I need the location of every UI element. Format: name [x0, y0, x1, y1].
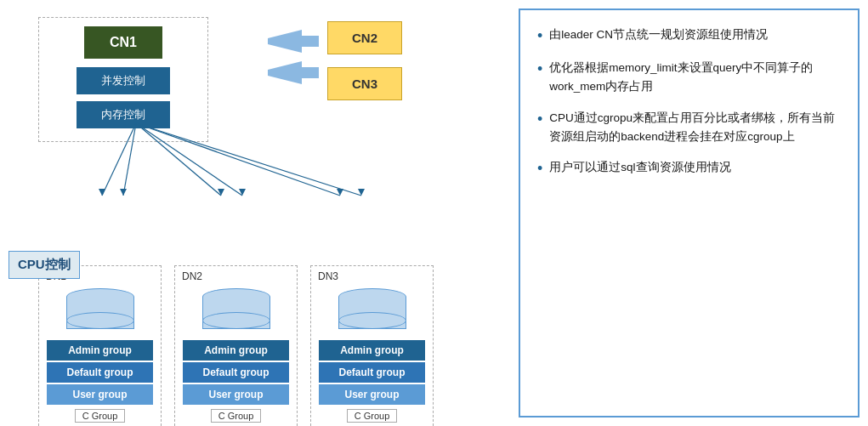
ctrl-box-memory: 内存控制 [77, 101, 170, 128]
dn1-group: DN1 Admin group Default group User group… [38, 265, 162, 426]
db-cylinder-dn3 [338, 288, 406, 335]
control-boxes: 并发控制 内存控制 [52, 67, 195, 128]
svg-marker-2 [268, 61, 319, 84]
desc-item-1: • 优化器根据memory_limit来设置query中不同算子的work_me… [537, 59, 841, 97]
dn3-label: DN3 [318, 270, 338, 282]
cn3-box: CN3 [327, 67, 402, 100]
dn3-user-group: User group [319, 384, 425, 405]
dn2-label: DN2 [182, 270, 202, 282]
desc-item-0: • 由leader CN节点统一规划资源组使用情况 [537, 26, 841, 47]
main-container: CPU控制 CN1 并发控制 内存控制 [0, 0, 868, 426]
dn3-admin-group: Admin group [319, 340, 425, 361]
bullet-2: • [537, 109, 542, 130]
cpu-label: CPU控制 [9, 251, 80, 279]
top-section: CN1 并发控制 内存控制 [38, 17, 497, 142]
dn2-group: DN2 Admin group Default group User group… [174, 265, 298, 426]
svg-marker-12 [239, 189, 246, 196]
svg-marker-1 [268, 30, 319, 53]
ctrl-box-concurrent: 并发控制 [77, 67, 170, 94]
dn3-cgroup: C Group [347, 409, 398, 423]
dn1-admin-group: Admin group [47, 340, 153, 361]
desc-text-3: 用户可以通过sql查询资源使用情况 [549, 158, 730, 177]
svg-marker-11 [218, 189, 224, 196]
db-bottom-dn3 [338, 312, 406, 329]
db-bottom-dn1 [66, 312, 134, 329]
arrows-svg [208, 26, 319, 111]
dn1-user-group: User group [47, 384, 153, 405]
db-cylinder-dn1 [66, 288, 134, 335]
dn3-default-group: Default group [319, 362, 425, 383]
svg-marker-14 [358, 189, 365, 196]
desc-text-0: 由leader CN节点统一规划资源组使用情况 [549, 26, 768, 44]
desc-item-2: • CPU通过cgropu来配置占用百分比或者绑核，所有当前资源组启动的back… [537, 109, 841, 147]
diagram-area: CPU控制 CN1 并发控制 内存控制 [9, 9, 510, 417]
cn1-box: CN1 [84, 26, 162, 59]
dn1-default-group: Default group [47, 362, 153, 383]
db-cylinder-dn2 [202, 288, 270, 335]
desc-text-1: 优化器根据memory_limit来设置query中不同算子的work_mem内… [549, 59, 841, 97]
cn-right: CN2 CN3 [327, 21, 402, 100]
top-wrapper: CN1 并发控制 内存控制 [13, 13, 489, 426]
bullet-0: • [537, 26, 542, 47]
svg-marker-9 [99, 189, 105, 196]
svg-marker-10 [120, 189, 127, 196]
description-area: • 由leader CN节点统一规划资源组使用情况 • 优化器根据memory_… [519, 9, 859, 417]
bullet-3: • [537, 158, 542, 179]
bullet-1: • [537, 59, 542, 80]
desc-text-2: CPU通过cgropu来配置占用百分比或者绑核，所有当前资源组启动的backen… [549, 109, 841, 147]
dn2-default-group: Default group [183, 362, 289, 383]
cn-admin-box: CN1 并发控制 内存控制 [38, 17, 208, 142]
dn2-cgroup: C Group [211, 409, 262, 423]
desc-item-3: • 用户可以通过sql查询资源使用情况 [537, 158, 841, 179]
dn3-group: DN3 Admin group Default group User group… [310, 265, 434, 426]
dn2-user-group: User group [183, 384, 289, 405]
dn1-cgroup: C Group [75, 409, 126, 423]
dn2-admin-group: Admin group [183, 340, 289, 361]
db-bottom-dn2 [202, 312, 270, 329]
bottom-section: DN1 Admin group Default group User group… [38, 265, 489, 426]
cn2-box: CN2 [327, 21, 402, 54]
svg-marker-13 [337, 189, 343, 196]
